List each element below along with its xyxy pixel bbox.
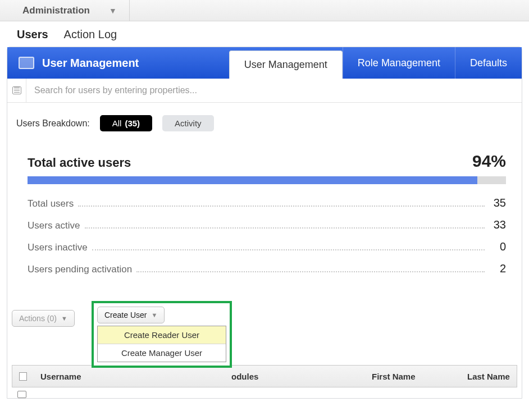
menu-create-reader[interactable]: Create Reader User bbox=[98, 326, 226, 344]
chevron-down-icon: ▼ bbox=[151, 312, 157, 318]
breadcrumb-label: Administration bbox=[22, 5, 90, 16]
card-title-text: User Management bbox=[42, 57, 139, 70]
stat-value: 35 bbox=[489, 197, 506, 209]
breadcrumb[interactable]: Administration ▼ bbox=[0, 0, 130, 21]
col-first-name[interactable]: First Name bbox=[365, 372, 460, 381]
actions-button-label: Actions (0) bbox=[19, 314, 57, 323]
tab-role-management[interactable]: Role Management bbox=[343, 47, 455, 79]
menu-create-manager[interactable]: Create Manager User bbox=[98, 344, 226, 362]
progress-bar-fill bbox=[28, 176, 477, 184]
filter-all[interactable]: All (35) bbox=[100, 115, 152, 131]
stats-heading: Total active users bbox=[28, 156, 131, 170]
filter-all-label: All bbox=[112, 118, 122, 128]
tab-users[interactable]: Users bbox=[17, 28, 48, 41]
filter-all-count: (35) bbox=[125, 118, 140, 128]
stat-label: Users inactive bbox=[28, 242, 88, 253]
card-header: User Management User Management Role Man… bbox=[7, 47, 522, 79]
id-card-icon bbox=[19, 57, 34, 69]
stats-percent: 94% bbox=[472, 152, 506, 171]
table-header: Username odules First Name Last Name bbox=[12, 365, 517, 387]
section-tabs: Users Action Log bbox=[0, 21, 529, 47]
stat-row: Total users 35 bbox=[28, 197, 506, 209]
breakdown-row: Users Breakdown: All (35) Activity bbox=[7, 103, 522, 137]
actions-button[interactable]: Actions (0) ▼ bbox=[12, 310, 75, 327]
header-tabs: User Management Role Management Defaults bbox=[229, 47, 522, 79]
stat-value: 2 bbox=[489, 262, 506, 275]
tab-defaults[interactable]: Defaults bbox=[455, 47, 522, 79]
stats-block: Total active users 94% Total users 35 Us… bbox=[7, 137, 522, 290]
stat-value: 0 bbox=[489, 240, 506, 253]
progress-bar bbox=[28, 176, 506, 184]
breakdown-label: Users Breakdown: bbox=[16, 118, 90, 129]
card-title: User Management bbox=[7, 47, 150, 79]
filter-activity[interactable]: Activity bbox=[162, 115, 214, 131]
stat-label: Users pending activation bbox=[28, 264, 132, 275]
stat-row: Users pending activation 2 bbox=[28, 262, 506, 275]
select-all-checkbox[interactable] bbox=[12, 372, 34, 381]
list-view-icon[interactable] bbox=[7, 79, 26, 102]
user-mgmt-card: User Management User Management Role Man… bbox=[7, 47, 522, 399]
stat-row: Users inactive 0 bbox=[28, 240, 506, 253]
search-input[interactable] bbox=[26, 79, 522, 102]
tab-user-management[interactable]: User Management bbox=[229, 51, 343, 79]
stat-label: Users active bbox=[28, 220, 80, 231]
search-row bbox=[7, 79, 522, 103]
chevron-down-icon: ▼ bbox=[109, 6, 117, 15]
chevron-down-icon: ▼ bbox=[61, 315, 67, 322]
create-user-label: Create User bbox=[104, 311, 147, 319]
create-user-highlight: Create User ▼ Create Reader User Create … bbox=[92, 301, 232, 368]
tab-action-log[interactable]: Action Log bbox=[64, 28, 117, 41]
top-bar: Administration ▼ bbox=[0, 0, 529, 21]
create-user-button[interactable]: Create User ▼ bbox=[97, 307, 165, 323]
col-last-name[interactable]: Last Name bbox=[460, 372, 517, 381]
stat-row: Users active 33 bbox=[28, 218, 506, 231]
actions-row: Actions (0) ▼ Create User ▼ Create Reade… bbox=[7, 290, 522, 332]
row-icon bbox=[17, 391, 26, 398]
stat-label: Total users bbox=[28, 198, 74, 209]
col-modules[interactable]: odules bbox=[225, 372, 365, 381]
create-user-menu: Create Reader User Create Manager User bbox=[97, 326, 226, 362]
stat-value: 33 bbox=[489, 218, 506, 231]
col-username[interactable]: Username bbox=[34, 372, 225, 381]
